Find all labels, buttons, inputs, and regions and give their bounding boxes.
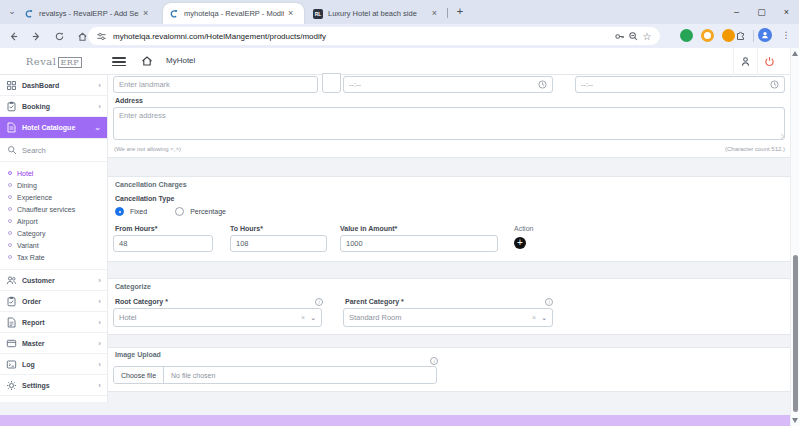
chevron-down-icon[interactable]: ⌄ [310,314,316,322]
chevron-down-icon[interactable]: ⌄ [541,314,547,322]
chevron-right-icon: › [98,318,101,327]
scroll-up-arrow-icon[interactable] [792,51,798,56]
tab-luxury-hotel[interactable]: RL Luxury Hotel at beach side × [307,3,443,24]
booking-clipboard-icon [6,101,17,112]
tab-close-icon[interactable]: × [143,9,148,18]
extension-green-icon[interactable] [680,29,693,42]
clear-icon[interactable]: × [532,314,536,321]
profile-avatar[interactable] [758,28,772,42]
scroll-down-arrow-icon[interactable] [792,418,798,423]
extension-clock-icon[interactable] [701,29,714,42]
log-terminal-icon [6,359,17,370]
url-text[interactable]: myhotelqa.revalomni.com/HotelMangement/p… [113,32,612,41]
user-profile-button[interactable] [733,48,757,75]
sidebar-item-customer[interactable]: Customer › [0,270,107,291]
zoom-out-icon[interactable] [626,29,640,43]
extension-orange-icon[interactable] [722,29,735,42]
extensions-puzzle-icon[interactable] [735,29,748,42]
tab-myhotelqa-active[interactable]: myhotelqa - RevalERP - Modify × [163,3,304,24]
radio-fixed[interactable] [115,207,124,216]
minimize-button[interactable]: – [724,0,749,24]
sidebar-search-input[interactable]: Search [0,139,107,162]
app-header: RevalERP MyHotel [0,48,790,75]
sidebar-item-label: Hotel Catalogue [22,124,94,131]
time-placeholder: --:-- [581,80,770,89]
tab-search-chevron-icon[interactable]: ⌄ [6,6,18,18]
address-textarea[interactable] [113,107,785,140]
to-hours-input[interactable] [230,235,327,252]
bookmark-star-icon[interactable]: ☆ [640,29,654,43]
root-category-select[interactable]: Hotel × ⌄ [113,308,322,327]
tab-close-icon[interactable]: × [288,9,293,18]
catalogue-file-icon [6,122,17,133]
sidebar-item-order[interactable]: Order › [0,291,107,312]
root-category-label: Root Category * [115,298,168,305]
new-tab-button[interactable]: + [453,5,467,19]
back-icon[interactable] [3,27,23,45]
sidebar-subitem-tax-rate[interactable]: Tax Rate [0,251,107,263]
sidebar-item-label: DashBoard [22,82,98,89]
dashboard-grid-icon [6,80,17,91]
chevron-right-icon: › [98,297,101,306]
password-key-icon[interactable] [612,29,626,43]
sidebar-subitem-variant[interactable]: Variant [0,239,107,251]
logout-power-icon[interactable] [757,48,781,75]
checkin-time-input[interactable]: --:-- [343,76,553,93]
image-upload-label: Image Upload [115,351,161,358]
sidebar-item-log[interactable]: Log › [0,354,107,375]
close-window-button[interactable]: × [774,0,799,24]
to-hours-label: To Hours* [230,225,263,232]
vertical-scrollbar[interactable] [790,48,799,426]
sidebar-item-label: Log [22,361,98,368]
sidebar-subitem-hotel[interactable]: Hotel [0,167,107,179]
reload-icon[interactable] [49,27,69,45]
sidebar-subitem-chauffeur-services[interactable]: Chauffeur services [0,203,107,215]
clock-face [704,32,711,39]
sidebar-subitem-experience[interactable]: Experience [0,191,107,203]
sidebar-item-booking[interactable]: Booking › [0,96,107,117]
amount-label: Value in Amount* [340,225,397,232]
character-count-hint: (Character count 512.) [725,146,785,152]
parent-category-select[interactable]: Standard Room × ⌄ [343,308,553,327]
browser-toolbar: myhotelqa.revalomni.com/HotelMangement/p… [0,24,799,48]
site-settings-tune-icon[interactable] [94,29,108,43]
landmark-input[interactable] [113,76,318,93]
checkout-time-input[interactable]: --:-- [575,76,785,93]
scrollbar-thumb[interactable] [793,255,798,412]
clear-icon[interactable]: × [301,314,305,321]
maximize-button[interactable]: ▢ [749,0,774,24]
image-upload-info-icon[interactable]: i [430,357,438,365]
subitem-label: Variant [17,242,39,249]
logo-text-secondary: ERP [58,57,83,68]
sidebar-item-label: Report [22,319,98,326]
parent-category-info-icon[interactable]: i [545,298,553,306]
sidebar-item-hotel-catalogue[interactable]: Hotel Catalogue ⌄ [0,117,107,139]
add-row-plus-button[interactable]: + [514,237,526,249]
sidebar-subitem-category[interactable]: Category [0,227,107,239]
root-category-info-icon[interactable]: i [315,298,323,306]
app-home-icon[interactable] [140,54,154,68]
tab-revalsys[interactable]: revalsys - RevalERP - Add Searc × [18,3,160,24]
url-bar[interactable]: myhotelqa.revalomni.com/HotelMangement/p… [88,27,660,45]
tab-title: myhotelqa - RevalERP - Modify [184,9,284,18]
sidebar-item-report[interactable]: Report › [0,312,107,333]
location-section: --:-- --:-- Address (We are not allowing… [108,75,790,158]
sidebar-item-label: Master [22,340,98,347]
sidebar-item-master[interactable]: Master › [0,333,107,354]
sidebar-subitem-dining[interactable]: Dining [0,179,107,191]
tab-close-icon[interactable]: × [432,9,437,18]
amount-input[interactable] [340,235,498,252]
browser-menu-kebab-icon[interactable]: ⋮ [780,28,792,43]
from-hours-input[interactable] [113,235,213,252]
forward-icon[interactable] [26,27,46,45]
sidebar-subitem-airport[interactable]: Airport [0,215,107,227]
sidebar-item-dashboard[interactable]: DashBoard › [0,75,107,96]
file-upload-input[interactable]: Choose file No file chosen [113,366,437,384]
sidebar-item-settings[interactable]: Settings › [0,375,107,396]
bullet-icon [8,243,12,247]
catalogue-submenu: Hotel Dining Experience Chauffeur servic… [0,162,107,270]
radio-percentage[interactable] [175,207,184,216]
hamburger-menu-icon[interactable] [112,55,126,67]
choose-file-button[interactable]: Choose file [114,367,164,383]
landmark-side-button[interactable] [322,73,341,93]
